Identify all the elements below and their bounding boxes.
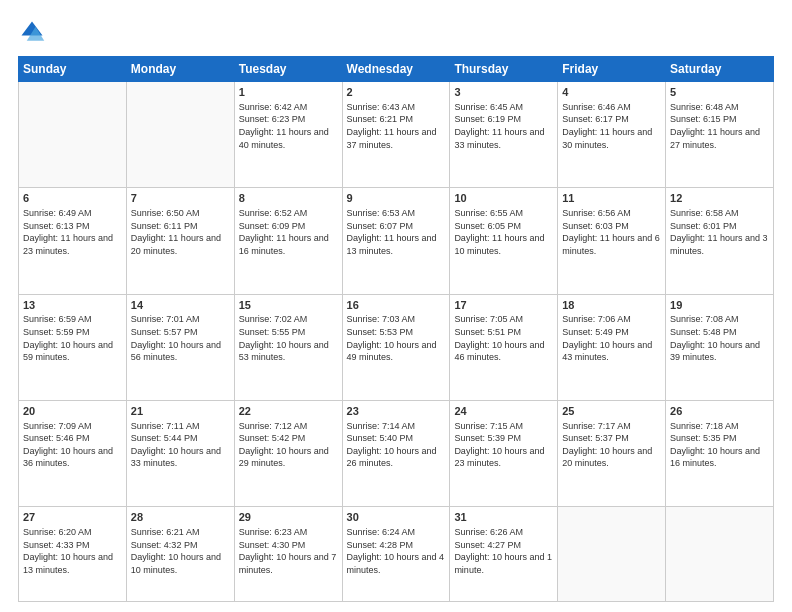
day-number: 11 bbox=[562, 191, 661, 206]
day-number: 29 bbox=[239, 510, 338, 525]
calendar-cell: 27Sunrise: 6:20 AM Sunset: 4:33 PM Dayli… bbox=[19, 507, 127, 602]
day-number: 8 bbox=[239, 191, 338, 206]
day-info: Sunrise: 6:42 AM Sunset: 6:23 PM Dayligh… bbox=[239, 101, 338, 151]
calendar-cell bbox=[126, 82, 234, 188]
day-info: Sunrise: 7:14 AM Sunset: 5:40 PM Dayligh… bbox=[347, 420, 446, 470]
day-number: 24 bbox=[454, 404, 553, 419]
day-number: 30 bbox=[347, 510, 446, 525]
page: SundayMondayTuesdayWednesdayThursdayFrid… bbox=[0, 0, 792, 612]
weekday-header: Thursday bbox=[450, 57, 558, 82]
weekday-header: Wednesday bbox=[342, 57, 450, 82]
day-info: Sunrise: 7:06 AM Sunset: 5:49 PM Dayligh… bbox=[562, 313, 661, 363]
day-info: Sunrise: 6:53 AM Sunset: 6:07 PM Dayligh… bbox=[347, 207, 446, 257]
calendar-cell: 23Sunrise: 7:14 AM Sunset: 5:40 PM Dayli… bbox=[342, 400, 450, 506]
day-number: 28 bbox=[131, 510, 230, 525]
calendar-cell: 6Sunrise: 6:49 AM Sunset: 6:13 PM Daylig… bbox=[19, 188, 127, 294]
calendar-week-row: 13Sunrise: 6:59 AM Sunset: 5:59 PM Dayli… bbox=[19, 294, 774, 400]
calendar-cell bbox=[19, 82, 127, 188]
day-info: Sunrise: 7:02 AM Sunset: 5:55 PM Dayligh… bbox=[239, 313, 338, 363]
calendar-cell: 15Sunrise: 7:02 AM Sunset: 5:55 PM Dayli… bbox=[234, 294, 342, 400]
day-number: 26 bbox=[670, 404, 769, 419]
day-info: Sunrise: 7:01 AM Sunset: 5:57 PM Dayligh… bbox=[131, 313, 230, 363]
day-number: 31 bbox=[454, 510, 553, 525]
day-number: 7 bbox=[131, 191, 230, 206]
day-number: 22 bbox=[239, 404, 338, 419]
day-info: Sunrise: 6:50 AM Sunset: 6:11 PM Dayligh… bbox=[131, 207, 230, 257]
day-info: Sunrise: 6:46 AM Sunset: 6:17 PM Dayligh… bbox=[562, 101, 661, 151]
day-number: 1 bbox=[239, 85, 338, 100]
day-number: 10 bbox=[454, 191, 553, 206]
day-info: Sunrise: 6:45 AM Sunset: 6:19 PM Dayligh… bbox=[454, 101, 553, 151]
day-number: 12 bbox=[670, 191, 769, 206]
day-number: 23 bbox=[347, 404, 446, 419]
calendar-cell: 28Sunrise: 6:21 AM Sunset: 4:32 PM Dayli… bbox=[126, 507, 234, 602]
day-number: 15 bbox=[239, 298, 338, 313]
logo-icon bbox=[18, 18, 46, 46]
day-info: Sunrise: 6:49 AM Sunset: 6:13 PM Dayligh… bbox=[23, 207, 122, 257]
weekday-header: Saturday bbox=[666, 57, 774, 82]
calendar-cell: 30Sunrise: 6:24 AM Sunset: 4:28 PM Dayli… bbox=[342, 507, 450, 602]
day-number: 9 bbox=[347, 191, 446, 206]
day-info: Sunrise: 7:11 AM Sunset: 5:44 PM Dayligh… bbox=[131, 420, 230, 470]
calendar-week-row: 20Sunrise: 7:09 AM Sunset: 5:46 PM Dayli… bbox=[19, 400, 774, 506]
calendar-cell: 19Sunrise: 7:08 AM Sunset: 5:48 PM Dayli… bbox=[666, 294, 774, 400]
calendar-week-row: 1Sunrise: 6:42 AM Sunset: 6:23 PM Daylig… bbox=[19, 82, 774, 188]
calendar-cell: 3Sunrise: 6:45 AM Sunset: 6:19 PM Daylig… bbox=[450, 82, 558, 188]
day-number: 21 bbox=[131, 404, 230, 419]
day-info: Sunrise: 6:48 AM Sunset: 6:15 PM Dayligh… bbox=[670, 101, 769, 151]
calendar-cell: 1Sunrise: 6:42 AM Sunset: 6:23 PM Daylig… bbox=[234, 82, 342, 188]
calendar-cell: 10Sunrise: 6:55 AM Sunset: 6:05 PM Dayli… bbox=[450, 188, 558, 294]
calendar-cell bbox=[558, 507, 666, 602]
day-info: Sunrise: 6:20 AM Sunset: 4:33 PM Dayligh… bbox=[23, 526, 122, 576]
day-number: 27 bbox=[23, 510, 122, 525]
day-number: 18 bbox=[562, 298, 661, 313]
calendar-table: SundayMondayTuesdayWednesdayThursdayFrid… bbox=[18, 56, 774, 602]
day-number: 14 bbox=[131, 298, 230, 313]
calendar-cell: 20Sunrise: 7:09 AM Sunset: 5:46 PM Dayli… bbox=[19, 400, 127, 506]
logo bbox=[18, 18, 50, 46]
day-info: Sunrise: 7:03 AM Sunset: 5:53 PM Dayligh… bbox=[347, 313, 446, 363]
day-info: Sunrise: 7:09 AM Sunset: 5:46 PM Dayligh… bbox=[23, 420, 122, 470]
calendar-cell: 4Sunrise: 6:46 AM Sunset: 6:17 PM Daylig… bbox=[558, 82, 666, 188]
day-info: Sunrise: 7:08 AM Sunset: 5:48 PM Dayligh… bbox=[670, 313, 769, 363]
day-info: Sunrise: 6:24 AM Sunset: 4:28 PM Dayligh… bbox=[347, 526, 446, 576]
day-info: Sunrise: 6:52 AM Sunset: 6:09 PM Dayligh… bbox=[239, 207, 338, 257]
day-number: 19 bbox=[670, 298, 769, 313]
weekday-header: Monday bbox=[126, 57, 234, 82]
calendar-cell: 18Sunrise: 7:06 AM Sunset: 5:49 PM Dayli… bbox=[558, 294, 666, 400]
calendar-cell: 11Sunrise: 6:56 AM Sunset: 6:03 PM Dayli… bbox=[558, 188, 666, 294]
day-info: Sunrise: 6:23 AM Sunset: 4:30 PM Dayligh… bbox=[239, 526, 338, 576]
calendar-cell: 22Sunrise: 7:12 AM Sunset: 5:42 PM Dayli… bbox=[234, 400, 342, 506]
day-number: 20 bbox=[23, 404, 122, 419]
weekday-header: Tuesday bbox=[234, 57, 342, 82]
day-info: Sunrise: 6:58 AM Sunset: 6:01 PM Dayligh… bbox=[670, 207, 769, 257]
day-number: 25 bbox=[562, 404, 661, 419]
calendar-cell: 21Sunrise: 7:11 AM Sunset: 5:44 PM Dayli… bbox=[126, 400, 234, 506]
calendar-cell: 2Sunrise: 6:43 AM Sunset: 6:21 PM Daylig… bbox=[342, 82, 450, 188]
calendar-cell: 24Sunrise: 7:15 AM Sunset: 5:39 PM Dayli… bbox=[450, 400, 558, 506]
calendar-cell: 7Sunrise: 6:50 AM Sunset: 6:11 PM Daylig… bbox=[126, 188, 234, 294]
day-info: Sunrise: 6:21 AM Sunset: 4:32 PM Dayligh… bbox=[131, 526, 230, 576]
calendar-cell: 29Sunrise: 6:23 AM Sunset: 4:30 PM Dayli… bbox=[234, 507, 342, 602]
calendar-cell: 14Sunrise: 7:01 AM Sunset: 5:57 PM Dayli… bbox=[126, 294, 234, 400]
weekday-header-row: SundayMondayTuesdayWednesdayThursdayFrid… bbox=[19, 57, 774, 82]
day-info: Sunrise: 6:43 AM Sunset: 6:21 PM Dayligh… bbox=[347, 101, 446, 151]
calendar-cell: 17Sunrise: 7:05 AM Sunset: 5:51 PM Dayli… bbox=[450, 294, 558, 400]
day-number: 3 bbox=[454, 85, 553, 100]
calendar-cell: 12Sunrise: 6:58 AM Sunset: 6:01 PM Dayli… bbox=[666, 188, 774, 294]
day-info: Sunrise: 7:15 AM Sunset: 5:39 PM Dayligh… bbox=[454, 420, 553, 470]
day-info: Sunrise: 6:56 AM Sunset: 6:03 PM Dayligh… bbox=[562, 207, 661, 257]
calendar-cell: 9Sunrise: 6:53 AM Sunset: 6:07 PM Daylig… bbox=[342, 188, 450, 294]
calendar-cell: 8Sunrise: 6:52 AM Sunset: 6:09 PM Daylig… bbox=[234, 188, 342, 294]
calendar-cell bbox=[666, 507, 774, 602]
day-info: Sunrise: 7:12 AM Sunset: 5:42 PM Dayligh… bbox=[239, 420, 338, 470]
day-number: 4 bbox=[562, 85, 661, 100]
day-info: Sunrise: 6:59 AM Sunset: 5:59 PM Dayligh… bbox=[23, 313, 122, 363]
calendar-cell: 31Sunrise: 6:26 AM Sunset: 4:27 PM Dayli… bbox=[450, 507, 558, 602]
calendar-cell: 13Sunrise: 6:59 AM Sunset: 5:59 PM Dayli… bbox=[19, 294, 127, 400]
weekday-header: Friday bbox=[558, 57, 666, 82]
calendar-cell: 5Sunrise: 6:48 AM Sunset: 6:15 PM Daylig… bbox=[666, 82, 774, 188]
day-number: 2 bbox=[347, 85, 446, 100]
day-number: 13 bbox=[23, 298, 122, 313]
day-number: 17 bbox=[454, 298, 553, 313]
